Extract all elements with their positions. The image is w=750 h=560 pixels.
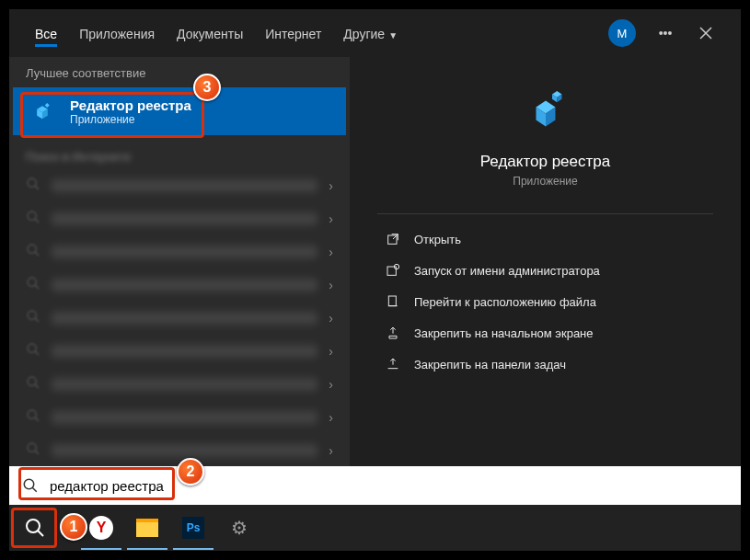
tab-internet[interactable]: Интернет [256,14,330,52]
svg-point-10 [28,278,36,286]
search-icon [26,375,40,394]
best-match-title: Редактор реестра [70,97,191,113]
annotation-callout-2: 2 [177,458,204,486]
taskbar: Y Ps ⚙ [9,505,741,551]
search-input[interactable] [50,478,728,494]
action-open[interactable]: Открыть [377,223,713,255]
admin-icon [385,263,401,278]
web-result-item[interactable]: › [9,368,350,401]
action-run-as-admin[interactable]: Запуск от имени администратора [377,255,713,286]
user-avatar[interactable]: M [608,19,636,47]
svg-point-20 [28,443,36,451]
web-result-item[interactable]: › [9,335,350,368]
search-icon [26,210,40,228]
search-icon [22,477,39,494]
annotation-callout-3: 3 [193,74,221,101]
taskbar-photoshop[interactable]: Ps [171,506,215,550]
results-pane: Лучшее соответствие Редактор реестра При… [9,57,350,468]
svg-point-34 [27,520,40,532]
svg-point-6 [28,211,36,220]
svg-line-5 [35,186,39,189]
chevron-right-icon: › [329,211,333,226]
pin-taskbar-icon [385,357,401,371]
search-icon [26,276,40,294]
action-open-file-location[interactable]: Перейти к расположению файла [377,286,713,317]
folder-icon [385,294,401,309]
svg-line-9 [35,252,39,256]
web-result-item[interactable]: › [9,401,350,434]
regedit-icon [28,97,57,126]
chevron-right-icon: › [329,311,333,326]
search-icon [26,441,40,460]
tab-all[interactable]: Все [26,14,66,52]
web-result-item[interactable]: › [9,235,350,269]
svg-line-17 [35,384,39,388]
tab-apps[interactable]: Приложения [70,14,164,52]
preview-subtitle: Приложение [513,175,577,188]
chevron-right-icon: › [329,245,333,259]
best-match-item[interactable]: Редактор реестра Приложение [13,87,346,135]
filter-tabs: Все Приложения Документы Интернет Другие… [9,9,741,57]
web-search-header: Поиск в Интернете [9,139,350,169]
annotation-callout-1: 1 [60,513,87,541]
search-bar[interactable] [9,466,741,505]
search-icon [26,342,40,360]
search-icon [26,309,40,327]
web-result-item[interactable]: › [9,169,350,202]
close-button[interactable] [687,15,724,51]
svg-point-16 [28,377,36,385]
regedit-large-icon [520,85,571,140]
svg-point-32 [24,479,34,489]
preview-title: Редактор реестра [480,153,610,171]
best-match-subtitle: Приложение [70,113,191,126]
more-options-button[interactable]: ••• [647,15,684,51]
svg-rect-3 [45,103,50,108]
search-icon [26,243,40,261]
divider [377,213,713,214]
taskbar-app[interactable]: ⚙ [217,506,261,550]
svg-point-18 [28,410,36,418]
action-pin-to-start[interactable]: Закрепить на начальном экране [377,317,713,349]
chevron-right-icon: › [329,443,333,458]
web-result-item[interactable]: › [9,302,350,335]
chevron-right-icon: › [329,278,333,292]
chevron-right-icon: › [329,344,333,359]
svg-line-15 [35,351,39,355]
svg-line-21 [35,451,39,454]
preview-pane: Редактор реестра Приложение Открыть Запу… [350,57,741,468]
svg-point-4 [28,178,36,187]
taskbar-search-button[interactable] [13,506,57,550]
svg-line-11 [35,285,39,289]
svg-line-7 [35,219,39,223]
web-result-item[interactable]: › [9,202,350,235]
svg-line-35 [38,531,43,536]
chevron-down-icon: ▼ [388,30,398,40]
open-icon [385,232,401,246]
best-match-header: Лучшее соответствие [9,57,350,87]
search-icon [26,408,40,427]
svg-rect-31 [388,296,396,306]
pin-icon [385,326,401,340]
taskbar-file-explorer[interactable] [125,506,169,550]
svg-point-8 [28,245,36,253]
svg-point-12 [28,311,36,319]
chevron-right-icon: › [329,410,333,425]
tab-docs[interactable]: Документы [167,14,252,52]
tab-more[interactable]: Другие▼ [334,14,407,52]
svg-line-13 [35,318,39,322]
svg-point-14 [28,344,36,352]
svg-line-19 [35,417,39,421]
chevron-right-icon: › [329,178,333,193]
chevron-right-icon: › [329,377,333,392]
search-icon [26,177,40,195]
svg-line-33 [32,487,37,492]
action-pin-to-taskbar[interactable]: Закрепить на панели задач [377,349,713,380]
web-result-item[interactable]: › [9,269,350,302]
